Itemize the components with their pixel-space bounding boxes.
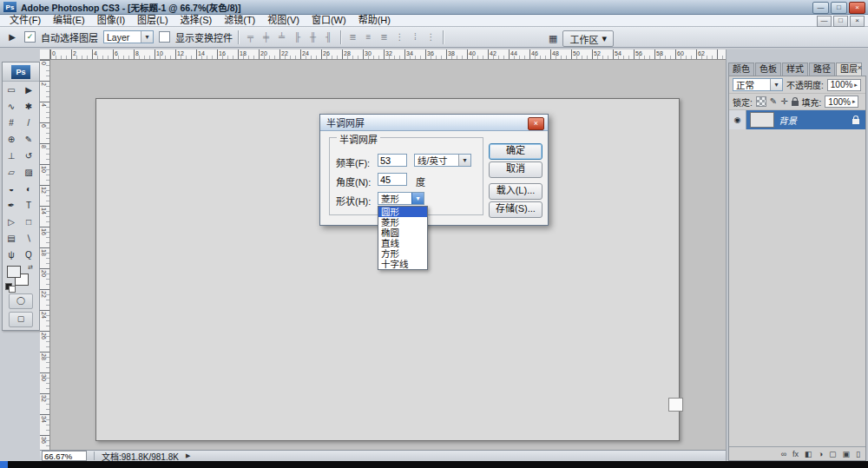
shape-tool[interactable]: □ xyxy=(20,214,37,230)
history-brush-tool[interactable]: ↺ xyxy=(20,148,37,164)
shape-option-ellipse[interactable]: 椭圆 xyxy=(378,227,427,238)
frequency-unit-dropdown[interactable]: 线/英寸 ▾ xyxy=(414,154,471,167)
document-restore-button[interactable]: □ xyxy=(833,16,848,27)
rectangular-marquee-tool[interactable]: ▭ xyxy=(3,82,20,98)
dialog-close-button[interactable]: × xyxy=(528,117,544,130)
shape-dropdown[interactable]: 菱形 ▾ xyxy=(378,192,424,205)
type-tool[interactable]: T xyxy=(20,197,37,214)
slice-tool[interactable]: / xyxy=(20,115,37,131)
new-group-icon[interactable]: ▢ xyxy=(829,448,837,460)
layer-visibility-cell[interactable]: ◉ xyxy=(729,110,746,129)
layer-thumbnail[interactable] xyxy=(750,112,774,128)
distribute-left-edges-icon[interactable]: ⋮ xyxy=(393,31,406,43)
shape-option-round[interactable]: 圆形 xyxy=(378,207,427,217)
healing-brush-tool[interactable]: ⊕ xyxy=(3,131,20,148)
move-tool[interactable]: ▶ xyxy=(20,82,37,98)
shape-option-cross[interactable]: 十字线 xyxy=(378,259,427,269)
layer-row-background[interactable]: ◉ 背景 xyxy=(729,110,865,129)
opacity-value-box[interactable]: 100% ▸ xyxy=(827,79,861,91)
tab-color[interactable]: 颜色 xyxy=(728,63,754,76)
lock-all-icon[interactable] xyxy=(792,101,799,106)
taskbar[interactable] xyxy=(0,461,868,468)
load-button[interactable]: 载入(L)... xyxy=(489,183,542,200)
save-button[interactable]: 存储(S)... xyxy=(489,201,542,218)
lasso-tool[interactable]: ∿ xyxy=(3,98,20,115)
close-button[interactable]: × xyxy=(849,2,865,14)
minimize-button[interactable]: — xyxy=(812,2,829,14)
menu-file[interactable]: 文件(F) xyxy=(3,15,47,26)
path-selection-tool[interactable]: ▷ xyxy=(3,214,20,230)
shape-option-square[interactable]: 方形 xyxy=(378,248,427,259)
document-close-button[interactable]: × xyxy=(850,16,865,27)
tab-swatches[interactable]: 色板 xyxy=(755,63,781,76)
title-bar[interactable]: Ps Adobe Photoshop CS3 - [无标题-1 @ 66.7%(… xyxy=(0,0,868,15)
distribute-horizontal-centers-icon[interactable]: ⁞ xyxy=(409,31,422,43)
lock-transparency-icon[interactable] xyxy=(756,96,766,107)
align-top-edges-icon[interactable]: ╤ xyxy=(244,31,257,43)
eraser-tool[interactable]: ▱ xyxy=(3,164,20,181)
layer-style-icon[interactable]: fx xyxy=(792,448,799,460)
align-right-edges-icon[interactable]: ╢ xyxy=(322,31,335,43)
fill-value-box[interactable]: 100% ▸ xyxy=(825,96,858,108)
distribute-bottom-edges-icon[interactable]: ≣ xyxy=(378,31,391,43)
tab-paths[interactable]: 路径 xyxy=(809,63,835,76)
document-minimize-button[interactable]: — xyxy=(817,16,832,27)
brush-tool[interactable]: ✎ xyxy=(20,131,37,148)
distribute-top-edges-icon[interactable]: ≣ xyxy=(346,31,359,43)
panel-close-icon[interactable]: × xyxy=(855,63,865,72)
lock-position-icon[interactable]: ✛ xyxy=(780,97,787,106)
blend-mode-dropdown[interactable]: 正常 ▾ xyxy=(733,78,783,91)
menu-select[interactable]: 选择(S) xyxy=(174,15,219,26)
align-vertical-centers-icon[interactable]: ╪ xyxy=(260,31,273,43)
shape-option-line[interactable]: 直线 xyxy=(378,238,427,248)
pen-tool[interactable]: ✒ xyxy=(3,197,20,214)
screen-mode-button[interactable]: ▢ xyxy=(9,312,33,327)
align-left-edges-icon[interactable]: ╟ xyxy=(291,31,304,43)
menu-edit[interactable]: 编辑(E) xyxy=(47,15,91,26)
maximize-button[interactable]: □ xyxy=(831,2,847,14)
shape-option-diamond[interactable]: 菱形 xyxy=(378,217,427,227)
workspace-button[interactable]: 工作区 ▾ xyxy=(562,30,614,47)
swap-colors-icon[interactable]: ⇄ xyxy=(28,264,33,271)
dodge-tool[interactable]: ◐ xyxy=(20,181,37,197)
tab-styles[interactable]: 样式 xyxy=(782,63,808,76)
status-popup-arrow[interactable]: ▶ xyxy=(186,452,190,459)
start-button[interactable] xyxy=(0,461,8,468)
layer-mask-icon[interactable]: ◧ xyxy=(805,448,812,460)
zoom-level-input[interactable] xyxy=(42,451,87,461)
frequency-input[interactable] xyxy=(378,154,407,167)
new-layer-icon[interactable]: ▣ xyxy=(843,448,851,460)
menu-filter[interactable]: 滤镜(T) xyxy=(218,15,261,26)
cancel-button[interactable]: 取消 xyxy=(489,161,542,178)
adjustment-layer-icon[interactable]: ◑ xyxy=(819,448,823,460)
foreground-color-swatch[interactable] xyxy=(7,266,21,278)
gradient-tool[interactable]: ▨ xyxy=(20,164,37,181)
toolbox-header[interactable]: Ps xyxy=(3,63,39,82)
quick-selection-tool[interactable]: ✱ xyxy=(20,98,37,115)
hand-tool[interactable]: ψ xyxy=(3,247,20,263)
auto-select-layer-checkbox[interactable]: ✓ xyxy=(24,31,36,43)
delete-layer-icon[interactable]: ▯ xyxy=(856,448,860,460)
clone-stamp-tool[interactable]: ⊥ xyxy=(3,148,20,164)
menu-layer[interactable]: 图层(L) xyxy=(131,15,174,26)
quick-mask-button[interactable]: ◯ xyxy=(9,293,33,309)
zoom-tool[interactable]: Q xyxy=(20,247,37,263)
default-colors-icon[interactable] xyxy=(9,286,16,293)
distribute-right-edges-icon[interactable]: ⋮ xyxy=(424,31,437,43)
show-transform-controls-checkbox[interactable] xyxy=(159,31,170,43)
menu-view[interactable]: 视图(V) xyxy=(261,15,306,26)
link-layers-icon[interactable]: ∞ xyxy=(781,448,786,460)
menu-window[interactable]: 窗口(W) xyxy=(306,15,352,26)
ok-button[interactable]: 确定 xyxy=(489,143,542,160)
align-bottom-edges-icon[interactable]: ╧ xyxy=(275,31,288,43)
dialog-title-bar[interactable]: 半调网屏 × xyxy=(320,115,548,131)
align-horizontal-centers-icon[interactable]: ╫ xyxy=(306,31,319,43)
distribute-vertical-centers-icon[interactable]: ≡ xyxy=(362,31,375,43)
blur-tool[interactable]: ◒ xyxy=(3,181,20,197)
menu-help[interactable]: 帮助(H) xyxy=(352,15,397,26)
menu-image[interactable]: 图像(I) xyxy=(91,15,131,26)
notes-tool[interactable]: ▤ xyxy=(3,230,20,247)
angle-input[interactable] xyxy=(378,173,407,186)
auto-select-target-dropdown[interactable]: Layer ▾ xyxy=(103,30,154,43)
lock-pixels-icon[interactable]: ✎ xyxy=(770,97,777,106)
